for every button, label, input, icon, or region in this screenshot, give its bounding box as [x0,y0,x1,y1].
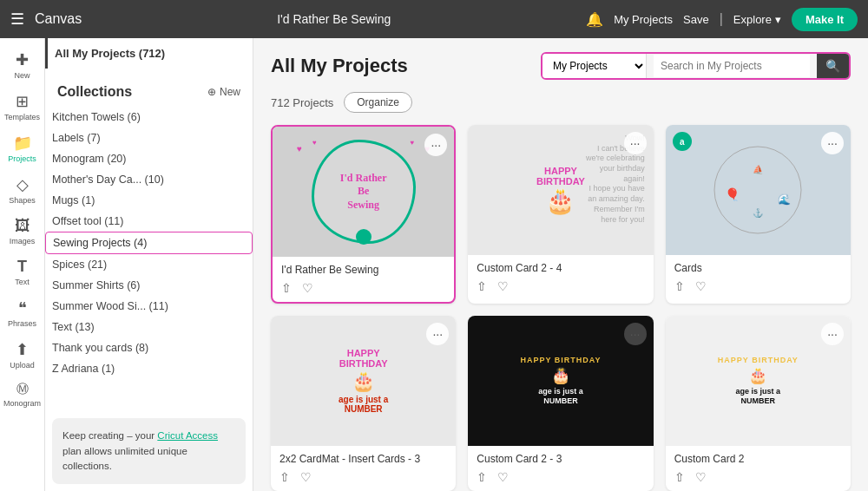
favorite-button[interactable]: ♡ [302,281,313,295]
favorite-button[interactable]: ♡ [497,279,509,293]
save-link[interactable]: Save [683,13,709,26]
sidebar-item-new-label: New [14,71,30,80]
share-button[interactable]: ⇧ [674,470,685,484]
favorite-button[interactable]: ♡ [695,279,707,293]
search-dropdown[interactable]: My Projects [542,54,647,78]
projects-icon: 📁 [13,134,32,153]
card-thumbnail-custom2: HAPPY BIRTHDAY 🎂 age is just aNUMBER ··· [666,316,851,446]
top-nav-right: 🔔 My Projects Save | Explore ▾ Make It [586,8,858,31]
card-menu-button[interactable]: ··· [821,323,844,345]
card-name: I'd Rather Be Sewing [281,264,445,276]
collection-item-spices[interactable]: Spices (21) [45,254,253,275]
project-card-cards[interactable]: a ⛵ 🎈 🌊 ⚓ ··· Cards ⇧ ♡ [666,125,851,304]
sidebar-item-phrases-label: Phrases [8,319,36,328]
footer-text1: Keep creating – your [62,430,157,441]
top-nav: ☰ Canvas I'd Rather Be Sewing 🔔 My Proje… [0,0,868,38]
main-content: All My Projects My Projects 🔍 712 Projec… [253,38,868,491]
project-card-cardmat[interactable]: HAPPYBIRTHDAY 🎂 age is just aNUMBER ··· … [271,316,456,491]
search-input[interactable] [654,55,810,77]
upload-icon: ⬆ [16,340,29,359]
search-button[interactable]: 🔍 [817,54,849,78]
share-button[interactable]: ⇧ [674,279,685,293]
project-card-custom2-3[interactable]: HAPPY BIRTHDAY 🎂 age is just aNUMBER ···… [468,316,653,491]
sidebar-item-shapes-label: Shapes [9,196,36,205]
favorite-button[interactable]: ♡ [300,470,312,484]
sidebar-item-upload[interactable]: ⬆ Upload [0,335,44,375]
card-thumbnail-custom2-3: HAPPY BIRTHDAY 🎂 age is just aNUMBER ··· [468,316,653,446]
card-menu-button[interactable]: ··· [624,323,647,345]
collections-new-button[interactable]: ⊕ New [207,86,240,98]
collection-item-thankyou[interactable]: Thank you cards (8) [45,337,253,358]
share-button[interactable]: ⇧ [279,470,290,484]
card-info: Custom Card 2 ⇧ ♡ [666,446,851,491]
collection-item-text[interactable]: Text (13) [45,317,253,337]
card-info: Cards ⇧ ♡ [666,255,851,300]
project-card-sewing[interactable]: I'd RatherBeSewing ♥ ♥ ♥ ♥ ··· I'd Rathe… [271,125,456,304]
collection-item-mugs[interactable]: Mugs (1) [45,190,253,211]
sidebar-item-phrases[interactable]: ❝ Phrases [0,293,44,333]
share-button[interactable]: ⇧ [281,281,292,295]
collection-item-summerwood[interactable]: Summer Wood Si... (11) [45,296,253,317]
app-title: Canvas [35,11,82,27]
sidebar-item-new[interactable]: ✚ New [0,45,44,85]
main-layout: ✚ New ⊞ Templates 📁 Projects ◇ Shapes 🖼 … [0,38,868,491]
make-it-button[interactable]: Make It [792,8,858,31]
subheader: 712 Projects Organize [271,92,851,113]
sidebar-item-monogram[interactable]: Ⓜ Monogram [0,376,44,413]
card-actions: ⇧ ♡ [281,281,445,295]
svg-text:⛵: ⛵ [753,164,764,175]
collections-header: Collections ⊕ New [45,74,253,107]
project-card-custom2-4[interactable]: HAPPYBIRTHDAY 🎂 Wow!I can't believe we'r… [468,125,653,304]
collection-item-summershirts[interactable]: Summer Shirts (6) [45,275,253,296]
favorite-button[interactable]: ♡ [497,470,509,484]
card-menu-button[interactable]: ··· [424,134,447,156]
collection-item-offset[interactable]: Offset tool (11) [45,211,253,232]
card-menu-button[interactable]: ··· [821,132,844,154]
collections-footer: Keep creating – your Cricut Access plan … [52,418,246,484]
hamburger-icon[interactable]: ☰ [10,10,24,29]
monogram-icon: Ⓜ [16,382,29,397]
card-thumbnail-sewing: I'd RatherBeSewing ♥ ♥ ♥ ♥ ··· [273,127,454,257]
sidebar-item-projects[interactable]: 📁 Projects [0,128,44,168]
card-actions: ⇧ ♡ [674,470,842,484]
card-info: Custom Card 2 - 3 ⇧ ♡ [468,446,653,491]
sidebar-item-shapes[interactable]: ◇ Shapes [0,170,44,210]
sidebar-item-projects-label: Projects [8,154,36,163]
share-button[interactable]: ⇧ [477,470,487,484]
cricut-access-link[interactable]: Cricut Access [157,430,218,441]
card-info: Custom Card 2 - 4 ⇧ ♡ [468,255,653,300]
sidebar-item-text[interactable]: T Text [0,252,44,291]
plus-icon: ⊕ [207,86,216,98]
card-name: Cards [674,262,842,274]
my-projects-link[interactable]: My Projects [614,13,673,26]
sidebar-item-images-label: Images [10,237,36,245]
card-actions: ⇧ ♡ [477,470,644,484]
shapes-icon: ◇ [16,175,29,194]
all-projects-item[interactable]: All My Projects (712) [45,38,253,69]
favorite-button[interactable]: ♡ [695,470,707,484]
share-button[interactable]: ⇧ [477,279,487,293]
collection-item-sewing[interactable]: Sewing Projects (4) [45,232,253,254]
collection-item-kitchen[interactable]: Kitchen Towels (6) [45,107,253,128]
sidebar-item-images[interactable]: 🖼 Images [0,212,44,251]
collection-item-zadriana[interactable]: Z Adriana (1) [45,358,253,379]
project-card-custom2[interactable]: HAPPY BIRTHDAY 🎂 age is just aNUMBER ···… [666,316,851,491]
collection-item-mothersday[interactable]: Mother's Day Ca... (10) [45,169,253,190]
phrases-icon: ❝ [18,298,27,318]
card-name: Custom Card 2 [674,453,842,465]
project-title: I'd Rather Be Sewing [92,12,575,26]
svg-text:🌊: 🌊 [778,193,791,206]
images-icon: 🖼 [15,217,30,235]
collection-item-monogram[interactable]: Monogram (20) [45,148,253,169]
collections-panel: All My Projects (712) Collections ⊕ New … [45,38,253,491]
card-thumbnail-cardmat: HAPPYBIRTHDAY 🎂 age is just aNUMBER ··· [271,316,456,446]
collection-item-labels[interactable]: Labels (7) [45,128,253,148]
sidebar-item-templates[interactable]: ⊞ Templates [0,87,44,127]
card-menu-button[interactable]: ··· [426,323,449,345]
organize-button[interactable]: Organize [344,92,412,113]
card-menu-button[interactable]: ··· [624,132,647,154]
explore-link[interactable]: Explore ▾ [733,13,781,26]
sidebar-item-templates-label: Templates [4,113,40,121]
bell-icon[interactable]: 🔔 [586,11,603,28]
sidebar-item-text-label: Text [15,278,30,286]
